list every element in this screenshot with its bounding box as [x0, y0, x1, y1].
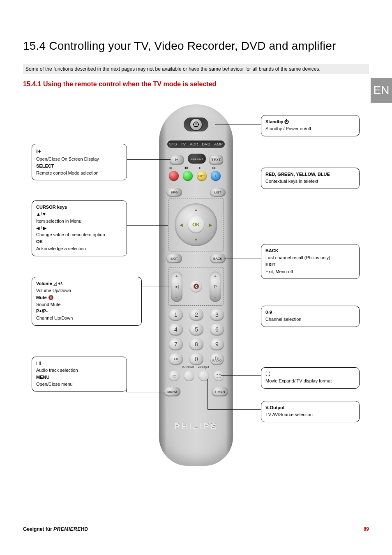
footer-prefix: Geeignet für — [23, 526, 53, 532]
program-rocker[interactable]: + P − — [210, 272, 221, 302]
left-arrow-icon: ◀ — [180, 223, 183, 227]
callout-desc: Acknowledge a selection — [36, 246, 122, 252]
callout-desc: Open/Close On Screen Display — [36, 156, 122, 162]
epg-button[interactable]: EPG — [166, 188, 182, 196]
callout-osd: i+ Open/Close On Screen Display SELECT R… — [32, 144, 127, 180]
key-2[interactable]: 2 — [189, 309, 203, 320]
remote-body: ⏻ STB TV VCR DVD AMP i+ SELECT TEXT OPT … — [159, 104, 233, 466]
note-bar: Some of the functions described in the n… — [23, 64, 369, 74]
callout-title: RED, GREEN, YELLOW, BLUE — [265, 172, 330, 177]
callout-desc: Last channel recall (Philips only) — [265, 255, 355, 261]
green-button[interactable] — [183, 171, 193, 181]
mode-vcr: VCR — [190, 142, 198, 146]
page: EN 15.4 Controlling your TV, Video Recor… — [0, 0, 392, 555]
callout-back: BACK Last channel recall (Philips only) … — [261, 244, 360, 279]
voutput-label: V-Output — [198, 366, 209, 368]
vformat-label: V-Format — [182, 366, 194, 368]
expand-icon: ⛶ — [265, 371, 270, 376]
callout-desc: Standby / Power on/off — [265, 126, 355, 132]
callout-desc: Channel selection — [265, 316, 355, 322]
vformat-button[interactable] — [184, 371, 194, 381]
callout-title: MENU — [36, 375, 49, 380]
right-arrow-icon: ▶ — [209, 223, 212, 227]
key-5[interactable]: 5 — [189, 324, 203, 335]
power-icon: ⏻ — [193, 121, 199, 128]
callout-desc: Exit, Menu off — [265, 269, 355, 275]
callout-title: P+/P- — [36, 309, 48, 313]
key-i-ii[interactable]: I·II — [169, 353, 183, 365]
exit-button[interactable]: EXIT — [166, 254, 182, 263]
yellow-button[interactable]: OPT — [197, 171, 207, 181]
page-title: 15.4 Controlling your TV, Video Recorder… — [23, 39, 369, 53]
key-0[interactable]: 0 — [189, 353, 203, 365]
red-button[interactable] — [169, 171, 179, 181]
ok-button[interactable]: OK — [187, 216, 205, 233]
callout-desc: Item selection in Menu — [36, 218, 122, 224]
timer-button[interactable]: TIMER — [212, 387, 228, 396]
callout-cursor: CURSOR keys ▲/▼ Item selection in Menu ◀… — [32, 200, 127, 256]
mode-amp: AMP — [214, 142, 223, 146]
i-ii-icon: I·II — [36, 361, 41, 366]
prog-minus-icon: − — [214, 295, 217, 299]
mode-tv: TV — [181, 142, 186, 146]
prog-plus-icon: + — [214, 274, 217, 279]
aspect-button[interactable]: ▭ — [169, 371, 180, 381]
callout-title: EXIT — [265, 262, 275, 267]
vol-plus-icon: + — [175, 274, 178, 279]
back-button[interactable]: BACK — [210, 254, 226, 263]
callout-title: Standby ⏻ — [265, 119, 289, 124]
expand-button[interactable]: ⛶ — [213, 371, 224, 381]
vol-minus-icon: − — [175, 295, 178, 299]
key-8[interactable]: 8 — [189, 339, 203, 350]
osd-button[interactable]: i+ — [170, 155, 184, 164]
key-1[interactable]: 1 — [169, 309, 183, 320]
callout-digits: 0-9 Channel selection — [261, 306, 360, 327]
vol-icon: ◄) — [174, 285, 179, 289]
mute-button[interactable]: 🔇 — [190, 280, 202, 292]
list-button[interactable]: LIST — [210, 188, 226, 196]
callout-desc: Channel Up/Down — [36, 315, 137, 321]
callout-desc: Sound Mute — [36, 302, 137, 308]
callout-desc: Movie Expand/ TV display format — [265, 378, 355, 384]
nav-ring[interactable]: ▲ ▼ ◀ ▶ OK — [175, 203, 217, 246]
callout-desc: Open/Close menu — [36, 381, 122, 387]
key-4[interactable]: 4 — [169, 324, 183, 335]
footer-suffix: HD — [81, 526, 88, 532]
key-6[interactable]: 6 — [210, 324, 224, 335]
footer-left: Geeignet für PREMIEREHD — [23, 526, 88, 532]
text-button[interactable]: TEXT — [209, 155, 223, 164]
callout-title: OK — [36, 239, 43, 244]
page-number: 89 — [364, 526, 369, 532]
callout-title: V-Output — [265, 405, 284, 410]
key-7[interactable]: 7 — [169, 339, 183, 350]
volume-rocker[interactable]: + ◄) − — [171, 272, 182, 302]
page-footer: Geeignet für PREMIEREHD 89 — [23, 526, 369, 532]
aspect-icon: ▭ — [173, 374, 176, 378]
key-3[interactable]: 3 — [210, 309, 224, 320]
callout-desc: Change value of menu item option — [36, 232, 122, 238]
menu-button[interactable]: MENU — [164, 387, 180, 396]
key-9[interactable]: 9 — [210, 339, 224, 350]
cursor-lr: ◀ / ▶ — [36, 225, 122, 231]
nav-group: ▲ ▼ ◀ ▶ OK — [168, 198, 224, 251]
cursor-ud: ▲/▼ — [36, 211, 122, 217]
callout-title: CURSOR keys — [36, 205, 67, 210]
down-arrow-icon: ▼ — [194, 237, 198, 242]
select-button[interactable]: SELECT — [188, 154, 206, 164]
key-tv-radio[interactable]: TV/ RADIO — [210, 353, 224, 365]
blue-button[interactable]: i — [211, 171, 221, 181]
standby-button[interactable]: ⏻ — [190, 119, 202, 130]
callout-title: Volume ◿ +/- — [36, 281, 63, 286]
mode-dvd: DVD — [202, 142, 211, 146]
osd-icon: i+ — [36, 148, 41, 154]
callout-vol: Volume ◿ +/- Volume Up/Down Mute 🔇 Sound… — [32, 277, 142, 326]
section-title: 15.4.1 Using the remote control when the… — [23, 81, 369, 88]
callout-audio: I·II Audio track selection MENU Open/Clo… — [32, 357, 127, 391]
osd-icon: i+ — [175, 158, 178, 162]
callout-title: SELECT — [36, 164, 54, 168]
footer-brand: PREMIERE — [53, 526, 81, 532]
remote-diagram: ⏻ STB TV VCR DVD AMP i+ SELECT TEXT OPT … — [32, 104, 360, 482]
callout-standby: Standby ⏻ Standby / Power on/off — [261, 115, 360, 136]
prog-label: P — [214, 285, 217, 289]
keypad: 1 2 3 4 5 6 7 8 9 I·II 0 TV/ RADIO — [169, 309, 224, 368]
